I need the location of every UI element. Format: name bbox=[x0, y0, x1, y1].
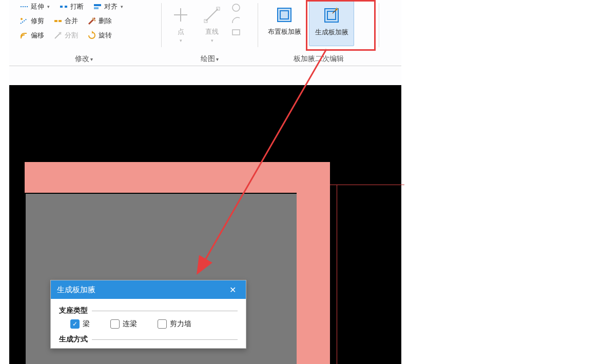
layout-slab-haunch-button[interactable]: 布置板加腋 bbox=[263, 1, 306, 46]
svg-point-5 bbox=[21, 18, 23, 20]
checkbox-icon bbox=[158, 319, 167, 329]
panel-draw: 点 ▾ 直线 ▾ 绘图▾ bbox=[163, 0, 256, 66]
slab-haunch-region bbox=[297, 165, 330, 364]
line-label: 直线 bbox=[205, 28, 219, 36]
checkbox-shear-wall[interactable]: 剪力墙 bbox=[158, 319, 191, 329]
generation-mode-group-label: 生成方式 bbox=[59, 335, 238, 344]
slab-haunch-outline bbox=[25, 162, 330, 165]
svg-rect-17 bbox=[325, 9, 338, 22]
svg-rect-6 bbox=[54, 20, 57, 22]
panel-modify-label: 修改▾ bbox=[9, 54, 158, 64]
split-icon bbox=[53, 31, 63, 40]
split-button[interactable]: 分割 bbox=[52, 30, 79, 41]
break-label: 打断 bbox=[70, 2, 84, 11]
merge-button[interactable]: 合并 bbox=[52, 15, 79, 27]
panel-slab-haunch: 布置板加腋 生成板加腋 板加腋二次编辑 bbox=[260, 0, 378, 66]
checkbox-couple-beam[interactable]: 连梁 bbox=[110, 319, 137, 329]
offset-button[interactable]: 偏移 bbox=[18, 30, 45, 41]
line-icon bbox=[201, 4, 223, 26]
layout-slab-haunch-label: 布置板加腋 bbox=[268, 28, 301, 36]
delete-label: 删除 bbox=[99, 16, 112, 26]
generate-slab-haunch-label: 生成板加腋 bbox=[315, 28, 348, 36]
dropdown-icon: ▾ bbox=[47, 4, 50, 9]
break-icon bbox=[59, 2, 68, 11]
ribbon: 延伸 ▾ 打断 对齐 ▾ bbox=[9, 0, 401, 66]
panel-draw-label: 绘图▾ bbox=[163, 54, 256, 64]
extend-label: 延伸 bbox=[31, 2, 44, 11]
svg-rect-2 bbox=[65, 6, 67, 8]
svg-rect-4 bbox=[94, 7, 99, 9]
svg-rect-1 bbox=[60, 6, 63, 8]
rotate-label: 旋转 bbox=[99, 31, 112, 40]
align-button[interactable]: 对齐 ▾ bbox=[92, 1, 124, 12]
point-button[interactable]: 点 ▾ bbox=[167, 1, 194, 46]
line-button[interactable]: 直线 ▾ bbox=[197, 1, 227, 46]
svg-rect-14 bbox=[232, 30, 240, 35]
support-type-group-label: 支座类型 bbox=[59, 306, 238, 315]
panel-slab-haunch-label: 板加腋二次编辑 bbox=[260, 54, 378, 64]
align-label: 对齐 bbox=[104, 2, 118, 11]
dropdown-icon: ▾ bbox=[121, 4, 123, 9]
offset-icon bbox=[20, 31, 29, 40]
layout-slab-haunch-icon bbox=[274, 4, 295, 26]
trim-icon bbox=[20, 16, 29, 26]
checkbox-icon bbox=[110, 319, 120, 329]
arc-icon[interactable] bbox=[231, 15, 240, 25]
dropdown-icon: ▾ bbox=[180, 38, 182, 43]
trim-label: 修剪 bbox=[31, 16, 44, 26]
svg-rect-15 bbox=[278, 8, 291, 22]
support-type-options: ✓ 梁 连梁 剪力墙 bbox=[59, 319, 238, 335]
checkbox-couple-beam-label: 连梁 bbox=[123, 319, 137, 329]
rotate-icon bbox=[87, 31, 96, 40]
point-label: 点 bbox=[178, 28, 184, 36]
generate-slab-haunch-dialog: 生成板加腋 ✕ 支座类型 ✓ 梁 连梁 剪力墙 bbox=[50, 280, 246, 349]
merge-icon bbox=[53, 16, 63, 26]
point-icon bbox=[170, 4, 191, 26]
dropdown-icon: ▾ bbox=[211, 38, 213, 43]
dialog-title-text: 生成板加腋 bbox=[57, 285, 95, 295]
svg-rect-3 bbox=[94, 4, 101, 6]
panel-modify: 延伸 ▾ 打断 对齐 ▾ bbox=[9, 0, 158, 66]
checkbox-shear-wall-label: 剪力墙 bbox=[170, 319, 191, 329]
split-label: 分割 bbox=[65, 31, 78, 40]
dialog-titlebar[interactable]: 生成板加腋 ✕ bbox=[51, 280, 246, 299]
break-button[interactable]: 打断 bbox=[58, 1, 85, 12]
delete-icon bbox=[87, 16, 96, 26]
generate-slab-haunch-icon bbox=[321, 5, 342, 26]
svg-rect-7 bbox=[59, 20, 62, 22]
generate-slab-haunch-button[interactable]: 生成板加腋 bbox=[309, 1, 354, 46]
close-icon[interactable]: ✕ bbox=[225, 282, 240, 297]
extend-icon bbox=[20, 2, 29, 11]
rotate-button[interactable]: 旋转 bbox=[86, 30, 113, 41]
offset-label: 偏移 bbox=[31, 31, 44, 40]
merge-label: 合并 bbox=[65, 16, 78, 26]
svg-line-10 bbox=[206, 9, 218, 21]
rect-icon[interactable] bbox=[231, 28, 240, 37]
checkbox-beam[interactable]: ✓ 梁 bbox=[70, 319, 90, 329]
extend-button[interactable]: 延伸 ▾ bbox=[18, 1, 51, 12]
checkbox-icon: ✓ bbox=[70, 319, 80, 329]
delete-button[interactable]: 删除 bbox=[86, 15, 113, 27]
circle-icon[interactable] bbox=[231, 3, 240, 12]
trim-button[interactable]: 修剪 bbox=[18, 15, 45, 27]
svg-point-13 bbox=[232, 4, 240, 11]
checkbox-beam-label: 梁 bbox=[83, 319, 90, 329]
slab-haunch-region bbox=[25, 165, 330, 193]
align-icon bbox=[93, 2, 102, 11]
